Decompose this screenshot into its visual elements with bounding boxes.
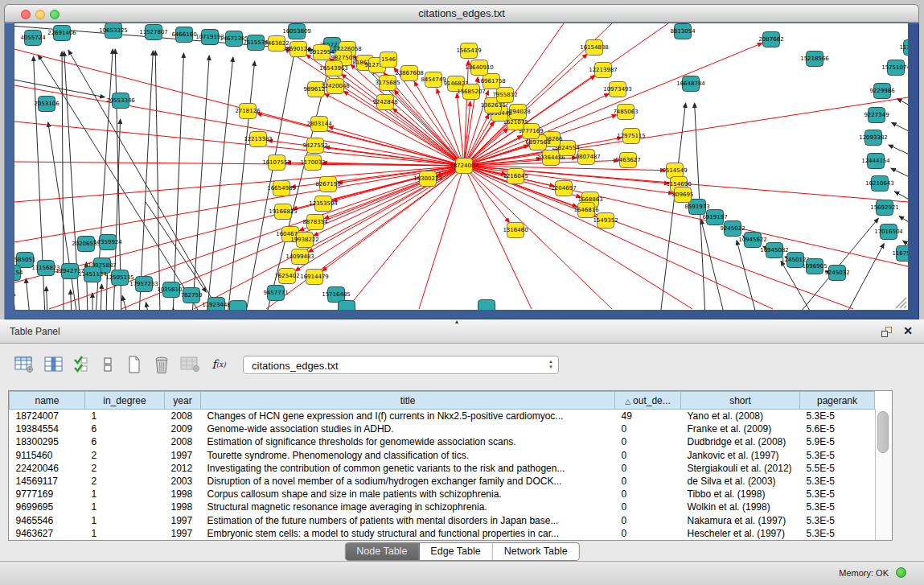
graph-node[interactable]: 17359924 xyxy=(93,235,122,250)
show-column-icon[interactable] xyxy=(44,353,64,376)
graph-node[interactable]: 6919197 xyxy=(702,210,727,225)
window-titlebar[interactable]: citations_edges.txt xyxy=(4,4,919,23)
table-cell[interactable]: Tibbo et al. (1998) xyxy=(681,488,800,501)
graph-node[interactable]: 9514549 xyxy=(662,163,687,179)
float-panel-icon[interactable] xyxy=(881,327,892,337)
graph-node[interactable]: 7485063 xyxy=(613,105,638,120)
table-settings-icon[interactable] xyxy=(14,353,35,376)
graph-node[interactable] xyxy=(230,301,247,311)
column-header-out-degree[interactable]: △out_de... xyxy=(615,392,681,410)
table-cell[interactable]: Jankovic et al. (1997) xyxy=(681,449,800,462)
table-cell[interactable]: Wolkin et al. (1998) xyxy=(681,501,800,513)
graph-node[interactable]: 16654985 xyxy=(267,181,296,196)
table-cell[interactable]: 1998 xyxy=(165,501,201,513)
table-cell[interactable]: 49 xyxy=(615,410,681,423)
graph-node[interactable]: 9227349 xyxy=(864,108,889,123)
graph-node[interactable] xyxy=(339,301,355,311)
graph-node[interactable]: 16945082 xyxy=(760,243,789,258)
table-row[interactable]: 2242004622012Investigating the contribut… xyxy=(10,462,875,475)
table-cell[interactable]: 2009 xyxy=(165,422,201,435)
graph-node[interactable]: 16914479 xyxy=(300,270,329,285)
column-header-short[interactable]: short xyxy=(681,392,800,410)
graph-node[interactable]: 1170033 xyxy=(300,155,325,171)
graph-node[interactable]: 2803144 xyxy=(306,117,332,132)
table-cell[interactable]: 2008 xyxy=(165,435,201,448)
table-row[interactable]: 969969511998Structural magnetic resonanc… xyxy=(10,501,875,513)
table-row[interactable]: 1938455462009Genome-wide association stu… xyxy=(10,422,875,435)
table-cell[interactable]: 9465546 xyxy=(10,514,85,527)
table-cell[interactable]: 5.5E-5 xyxy=(800,462,875,475)
table-cell[interactable]: 22420046 xyxy=(10,462,85,475)
table-cell[interactable]: 9463627 xyxy=(10,527,85,540)
graph-node[interactable]: 12444154 xyxy=(861,154,890,169)
table-row[interactable]: 977716911998Corpus callosum shape and si… xyxy=(10,488,875,501)
table-cell[interactable]: 1 xyxy=(85,514,165,527)
graph-node[interactable]: 1112863 xyxy=(899,40,908,56)
graph-node[interactable]: 12093382 xyxy=(859,130,888,146)
column-header-year[interactable]: year xyxy=(165,392,201,410)
table-cell[interactable]: 1997 xyxy=(165,514,201,527)
table-cell[interactable]: 1 xyxy=(85,527,165,540)
table-cell[interactable]: 0 xyxy=(615,435,681,448)
graph-node[interactable]: 9229986 xyxy=(869,84,895,99)
column-header-name[interactable]: name xyxy=(10,392,85,410)
graph-node[interactable]: 2053106 xyxy=(34,97,60,112)
graph-node[interactable]: 15751074 xyxy=(881,60,908,76)
table-row[interactable]: 1872400712008Changes of HCN gene express… xyxy=(10,410,875,423)
table-cell[interactable]: 1997 xyxy=(165,449,201,462)
table-cell[interactable]: 1 xyxy=(85,501,165,513)
table-cell[interactable]: Changes of HCN gene expression and I(f) … xyxy=(201,410,615,423)
table-cell[interactable]: 2012 xyxy=(165,462,201,475)
table-cell[interactable]: 5.3E-5 xyxy=(800,410,875,423)
column-header-title[interactable]: title xyxy=(201,392,615,410)
table-cell[interactable]: Estimation of the future numbers of pati… xyxy=(201,514,615,527)
delete-icon[interactable] xyxy=(152,353,171,376)
table-row[interactable]: 1456911722003Disruption of a novel membe… xyxy=(10,475,875,488)
table-cell[interactable]: 1997 xyxy=(165,527,201,540)
graph-node[interactable]: 8454749 xyxy=(421,72,446,88)
table-cell[interactable]: 1998 xyxy=(165,488,201,501)
table-cell[interactable]: 2003 xyxy=(165,475,201,488)
graph-node[interactable]: 8690124 xyxy=(285,42,311,57)
table-cell[interactable]: 1 xyxy=(85,410,165,423)
table-cell[interactable]: 5.3E-5 xyxy=(800,475,875,488)
table-row[interactable]: 1830029562008Estimation of significance … xyxy=(10,435,875,448)
table-cell[interactable]: 2 xyxy=(85,449,165,462)
graph-node[interactable]: 17016504 xyxy=(874,225,903,240)
table-cell[interactable]: 9115460 xyxy=(10,449,85,462)
table-cell[interactable]: Yano et al. (2008) xyxy=(681,410,800,423)
tab-network-table[interactable]: Network Table xyxy=(493,543,579,560)
graph-node[interactable]: 16053809 xyxy=(282,24,311,39)
scrollbar-thumb[interactable] xyxy=(877,411,889,453)
close-panel-icon[interactable]: ✕ xyxy=(903,324,913,337)
graph-node[interactable]: 19166825 xyxy=(269,204,298,220)
table-cell[interactable]: Stergiakouli et al. (2012) xyxy=(681,462,800,475)
graph-node[interactable]: 8813054 xyxy=(670,24,696,39)
graph-node[interactable]: 11923448 xyxy=(202,298,231,311)
graph-node[interactable]: 18640910 xyxy=(465,60,494,76)
graph-node[interactable]: 1565419 xyxy=(456,43,481,59)
table-cell[interactable]: Disruption of a novel member of a sodium… xyxy=(201,475,615,488)
table-cell[interactable]: 6 xyxy=(85,435,165,448)
tab-node-table[interactable]: Node Table xyxy=(345,543,419,560)
table-cell[interactable]: 5.3E-5 xyxy=(800,488,875,501)
table-cell[interactable]: Investigating the contribution of common… xyxy=(201,462,615,475)
panel-divider-arrow-icon[interactable]: ▴ xyxy=(455,318,458,325)
table-cell[interactable]: 2008 xyxy=(165,410,201,423)
tab-edge-table[interactable]: Edge Table xyxy=(419,543,492,560)
network-canvas[interactable]: 4055724226914061065332511527807646616010… xyxy=(14,23,909,311)
graph-node[interactable]: 9463627 xyxy=(615,153,640,168)
graph-node[interactable]: 1316460 xyxy=(503,223,528,238)
table-row[interactable]: 911546021997Tourette syndrome. Phenomeno… xyxy=(10,449,875,462)
table-cell[interactable]: 5.3E-5 xyxy=(800,514,875,527)
table-cell[interactable]: Genome-wide association studies in ADHD. xyxy=(201,422,615,435)
graph-node[interactable]: 2087682 xyxy=(758,32,783,47)
table-cell[interactable]: 0 xyxy=(615,514,681,527)
graph-node[interactable]: 10945622 xyxy=(738,233,767,248)
graph-node[interactable]: 782759 xyxy=(181,288,203,303)
table-row[interactable]: 946554611997Estimation of the future num… xyxy=(10,514,875,527)
table-cell[interactable]: Hescheler et al. (1997) xyxy=(681,527,800,540)
table-cell[interactable]: 9699695 xyxy=(10,501,85,513)
graph-node[interactable]: 1167533 xyxy=(892,246,908,262)
graph-node[interactable]: 16210643 xyxy=(865,176,894,192)
